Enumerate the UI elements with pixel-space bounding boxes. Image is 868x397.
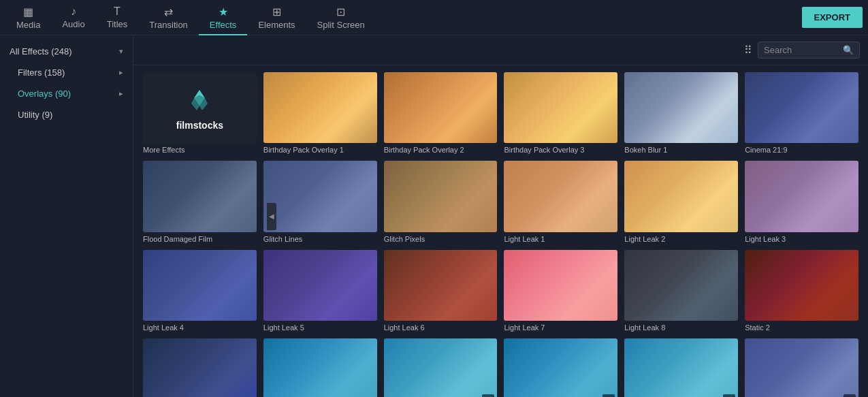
grid-item-label-birthday1: Birthday Pack Overlay 1: [263, 146, 377, 154]
thumbnail-statica: [143, 338, 257, 397]
filters-chevron-icon: ▸: [119, 68, 123, 77]
grid-item-lightleak3[interactable]: Light Leak 3: [745, 161, 858, 242]
nav-item-media[interactable]: ▦Media: [5, 0, 51, 35]
grid-item-label-lightleak8: Light Leak 8: [624, 323, 738, 332]
effects-nav-icon: ★: [219, 5, 228, 18]
grid-item-label-flood: Flood Damaged Film: [143, 235, 257, 243]
thumbnail-aqua1: ⬇: [504, 338, 617, 397]
thumbnail-viewfinder: ⬇: [384, 338, 498, 397]
sidebar-collapse-button[interactable]: ◀: [267, 203, 276, 230]
grid-item-flood[interactable]: Flood Damaged Film: [143, 161, 257, 242]
transition-nav-icon: ⇄: [164, 5, 173, 18]
nav-label-effects: Effects: [210, 20, 237, 30]
grid-item-lightleak7[interactable]: Light Leak 7: [504, 250, 617, 332]
thumbnail-flood: [143, 161, 257, 232]
grid-item-cinema[interactable]: Cinema 21:9: [745, 72, 858, 154]
thumbnail-lightleak5: [263, 250, 377, 321]
grid-item-lightleak8[interactable]: Light Leak 8: [624, 250, 738, 332]
nav-item-effects[interactable]: ★Effects: [199, 0, 248, 35]
grid-item-label-lightleak1: Light Leak 1: [504, 235, 617, 243]
thumbnail-strongglitch: [263, 338, 377, 397]
grid-item-bokeh2[interactable]: ⬇ Bokeh 1: [745, 338, 858, 397]
sidebar-item-utility[interactable]: Utility (9): [0, 104, 133, 125]
grid-item-filmstocks[interactable]: filmstocks More Effects: [143, 72, 257, 154]
grid-item-strongglitch[interactable]: Strong Glitch: [263, 338, 377, 397]
download-badge[interactable]: ⬇: [482, 394, 494, 397]
sidebar-item-filters[interactable]: Filters (158)▸: [0, 62, 133, 83]
grid-item-label-lightleak7: Light Leak 7: [504, 323, 617, 332]
search-box: 🔍: [758, 42, 860, 59]
thumbnail-lightleak8: [624, 250, 738, 321]
grid-item-label-lightleak5: Light Leak 5: [263, 323, 377, 332]
grid-item-label-lightleak4: Light Leak 4: [143, 323, 257, 332]
grid-area: filmstocks More Effects Birthday Pack Ov…: [133, 65, 868, 397]
grid-item-glitchpixels[interactable]: Glitch Pixels: [384, 161, 498, 242]
nav-item-splitscreen[interactable]: ⊡Split Screen: [306, 0, 376, 35]
all-chevron-icon: ▾: [119, 47, 123, 56]
effects-grid: filmstocks More Effects Birthday Pack Ov…: [143, 72, 858, 397]
nav-label-transition: Transition: [149, 20, 188, 30]
thumbnail-bokeh2: ⬇: [745, 338, 858, 397]
grid-item-lightleak6[interactable]: Light Leak 6: [384, 250, 498, 332]
nav-label-media: Media: [16, 20, 40, 30]
overlays-chevron-icon: ▸: [119, 89, 123, 98]
elements-nav-icon: ⊞: [272, 5, 281, 18]
audio-nav-icon: ♪: [71, 5, 76, 18]
sidebar-item-all[interactable]: All Effects (248)▾: [0, 41, 133, 62]
download-badge[interactable]: ⬇: [723, 394, 735, 397]
grid-item-lightleak1[interactable]: Light Leak 1: [504, 161, 617, 242]
content-toolbar: ⠿ 🔍: [133, 35, 868, 65]
grid-item-label-cinema: Cinema 21:9: [745, 146, 858, 154]
grid-item-label-birthday2: Birthday Pack Overlay 2: [384, 146, 498, 154]
grid-view-icon[interactable]: ⠿: [744, 44, 752, 57]
nav-item-elements[interactable]: ⊞Elements: [247, 0, 306, 35]
grid-item-bokeh1[interactable]: Bokeh Blur 1: [624, 72, 738, 154]
grid-item-label-lightleak3: Light Leak 3: [745, 235, 858, 243]
filmstocks-thumbnail: filmstocks: [143, 72, 257, 143]
search-input[interactable]: [764, 45, 839, 55]
grid-item-label-bokeh1: Bokeh Blur 1: [624, 146, 738, 154]
thumbnail-birthday1: [263, 72, 377, 143]
sidebar-item-overlays[interactable]: Overlays (90)▸: [0, 83, 133, 104]
grid-item-label-birthday3: Birthday Pack Overlay 3: [504, 146, 617, 154]
nav-item-transition[interactable]: ⇄Transition: [138, 0, 199, 35]
grid-item-aqua1[interactable]: ⬇ Aqua 1: [504, 338, 617, 397]
nav-label-splitscreen: Split Screen: [317, 20, 365, 30]
thumbnail-lightleak7: [504, 250, 617, 321]
content-area: ◀ ⠿ 🔍 filmstocks More Effects: [133, 35, 868, 397]
nav-label-audio: Audio: [62, 19, 84, 29]
grid-item-glitchlines[interactable]: Glitch Lines: [263, 161, 377, 242]
thumbnail-static2: [745, 250, 858, 321]
sidebar-label-filters: Filters (158): [18, 67, 65, 78]
nav-label-elements: Elements: [258, 20, 295, 30]
grid-item-statica[interactable]: Static A: [143, 338, 257, 397]
grid-item-viewfinder[interactable]: ⬇ 90's Viewfinder: [384, 338, 498, 397]
splitscreen-nav-icon: ⊡: [336, 5, 345, 18]
thumbnail-lightleak4: [143, 250, 257, 321]
grid-item-lightleak4[interactable]: Light Leak 4: [143, 250, 257, 332]
grid-item-birthday2[interactable]: Birthday Pack Overlay 2: [384, 72, 498, 154]
grid-item-label-glitchpixels: Glitch Pixels: [384, 235, 498, 243]
thumbnail-lightleak1: [504, 161, 617, 232]
download-badge[interactable]: ⬇: [843, 394, 856, 397]
grid-item-label-filmstocks: More Effects: [143, 146, 257, 154]
thumbnail-aqua2: ⬇: [624, 338, 738, 397]
thumbnail-glitchpixels: [384, 161, 498, 232]
filmstocks-brand-text: filmstocks: [176, 120, 223, 131]
download-badge[interactable]: ⬇: [602, 394, 615, 397]
grid-item-lightleak2[interactable]: Light Leak 2: [624, 161, 738, 242]
grid-item-aqua2[interactable]: ⬇ Aqua 2: [624, 338, 738, 397]
nav-item-audio[interactable]: ♪Audio: [51, 0, 95, 35]
export-button[interactable]: EXPORT: [802, 7, 863, 28]
nav-item-titles[interactable]: TTitles: [96, 0, 139, 35]
titles-nav-icon: T: [114, 5, 120, 18]
grid-item-birthday1[interactable]: Birthday Pack Overlay 1: [263, 72, 377, 154]
sidebar-label-overlays: Overlays (90): [18, 89, 71, 99]
grid-item-label-glitchlines: Glitch Lines: [263, 235, 377, 243]
media-nav-icon: ▦: [23, 5, 33, 18]
grid-item-birthday3[interactable]: Birthday Pack Overlay 3: [504, 72, 617, 154]
thumbnail-lightleak6: [384, 250, 498, 321]
thumbnail-birthday2: [384, 72, 498, 143]
grid-item-lightleak5[interactable]: Light Leak 5: [263, 250, 377, 332]
grid-item-static2[interactable]: Static 2: [745, 250, 858, 332]
